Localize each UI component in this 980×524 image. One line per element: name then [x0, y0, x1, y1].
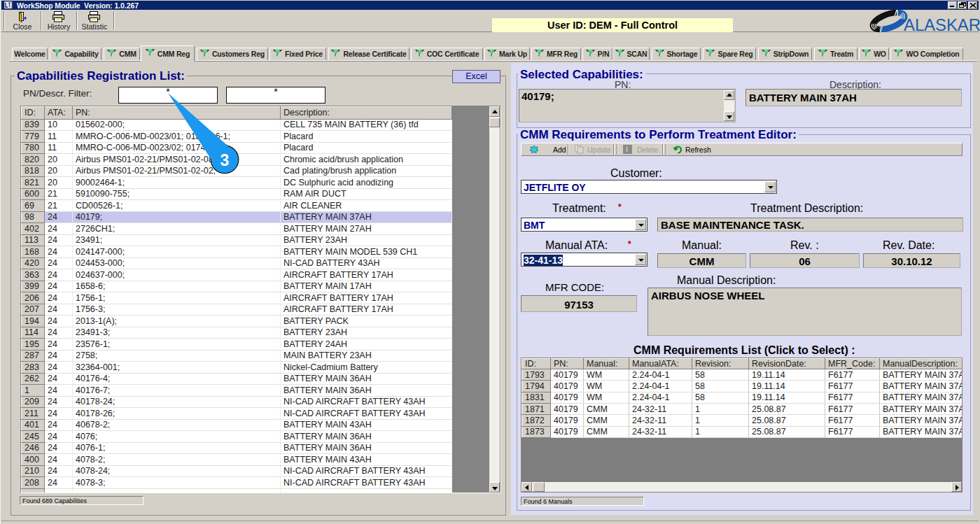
svg-text:ALASKAR: ALASKAR — [904, 15, 980, 34]
